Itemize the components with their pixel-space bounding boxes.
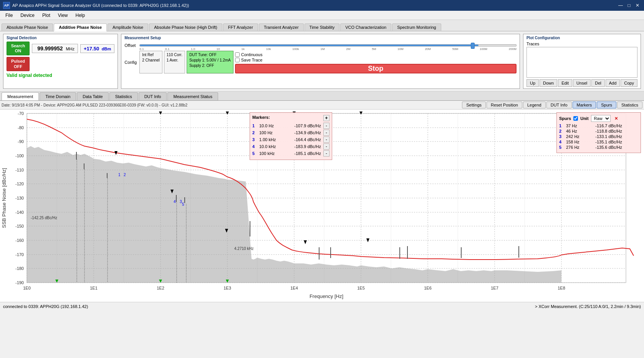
- tab-statistics[interactable]: Statistics: [109, 92, 138, 100]
- reset-position-button[interactable]: Reset Position: [487, 102, 522, 108]
- tab-dut-info[interactable]: DUT Info: [139, 92, 167, 100]
- search-on-button[interactable]: Search ON: [7, 42, 30, 55]
- titlebar-title: AP AP Anapico APPH Signal Source Analyze…: [3, 2, 189, 9]
- spurs-button[interactable]: Spurs: [597, 102, 616, 108]
- window-title: AP Anapico APPH Signal Source Analyzer G…: [12, 3, 189, 8]
- frequency-display: 99.999952 MHz: [32, 44, 78, 53]
- power-unit: dBm: [102, 47, 111, 51]
- marker-val-1: -107.9 dBc/Hz: [286, 123, 321, 128]
- tab-measurement[interactable]: Measurement: [2, 92, 39, 100]
- marker-freq-4: 10.0 kHz: [259, 144, 284, 149]
- tab-amplitude-noise[interactable]: Amplitude Noise: [108, 23, 148, 31]
- tab-measurement-status[interactable]: Measurement Status: [167, 92, 218, 100]
- statusbar-left: connected to 0339: APPH20G (192.168.1.42…: [3, 304, 88, 309]
- tab-absolute-phase-noise[interactable]: Absolute Phase Noise: [2, 23, 53, 31]
- spurs-checkbox[interactable]: [573, 116, 578, 121]
- svg-text:1E0: 1E0: [23, 286, 31, 290]
- marker-minus-4[interactable]: -: [323, 143, 329, 150]
- marker-minus-3[interactable]: -: [323, 137, 329, 143]
- legend-button[interactable]: Legend: [523, 102, 546, 108]
- marker-row-3: 3 1.00 kHz -164.4 dBc/Hz -: [252, 137, 329, 143]
- marker-row-2: 2 100 Hz -134.9 dBc/Hz -: [252, 130, 329, 136]
- menu-device[interactable]: Device: [17, 12, 38, 19]
- maximize-button[interactable]: □: [626, 2, 632, 9]
- spur-num-1: 1: [559, 123, 564, 128]
- stop-button[interactable]: Stop: [235, 64, 517, 73]
- svg-text:1E6: 1E6: [424, 286, 432, 290]
- save-trace-checkbox[interactable]: [235, 58, 240, 62]
- spur-row-5: 5 276 Hz -135.6 dBc/Hz: [559, 145, 638, 150]
- tab-transient-analyzer[interactable]: Transient Analyzer: [259, 23, 304, 31]
- traces-box: [526, 47, 637, 78]
- tab-spectrum-monitoring[interactable]: Spectrum Monitoring: [392, 23, 441, 31]
- markers-button[interactable]: Markers: [573, 102, 596, 108]
- tab-data-table[interactable]: Data Table: [77, 92, 108, 100]
- spurs-unit-label: Unit: [580, 116, 588, 121]
- tab-absolute-high-drift[interactable]: Absolute Phase Noise (High Drift): [149, 23, 222, 31]
- tab-fft-analyzer[interactable]: FFT Analyzer: [223, 23, 258, 31]
- close-button[interactable]: ✕: [634, 2, 641, 9]
- plot-add-button[interactable]: Add: [606, 79, 620, 87]
- svg-text:-100: -100: [15, 153, 24, 158]
- menu-plot[interactable]: Plot: [38, 12, 54, 19]
- marker-freq-3: 1.00 kHz: [259, 137, 284, 142]
- statistics-button[interactable]: Statistics: [617, 102, 642, 108]
- spur-val-3: -133.1 dBc/Hz: [588, 134, 622, 139]
- plot-del-button[interactable]: Del: [591, 79, 605, 87]
- pulsed-row: Pulsed OFF: [7, 57, 114, 71]
- plot-down-button[interactable]: Down: [540, 79, 557, 87]
- measurement-setup-panel: Measurement Setup Offset 0.10.11.0101k10…: [121, 34, 520, 89]
- stop-section: Continuous Save Trace Stop: [235, 51, 517, 73]
- spurs-unit-select[interactable]: Raw dBc: [591, 115, 611, 122]
- marker-freq-5: 100 kHz: [259, 151, 284, 156]
- offset-slider-track[interactable]: [139, 44, 517, 47]
- svg-text:1E2: 1E2: [157, 286, 164, 290]
- marker-minus-2[interactable]: -: [323, 130, 329, 136]
- corrections-config[interactable]: 110 Corr. 1 Aver.: [164, 51, 185, 73]
- marker-minus-1[interactable]: -: [323, 123, 329, 129]
- continuous-checkbox[interactable]: [235, 52, 240, 57]
- svg-text:-180: -180: [15, 266, 24, 271]
- svg-text:1E3: 1E3: [223, 286, 231, 290]
- int-ref-config[interactable]: Int Ref 2 Channel: [139, 51, 162, 73]
- continuous-label[interactable]: Continuous: [235, 52, 517, 57]
- spurs-title-text: Spurs: [559, 116, 571, 121]
- svg-rect-67: [330, 247, 331, 258]
- minimize-button[interactable]: —: [617, 2, 624, 9]
- plot-copy-button[interactable]: Copy: [621, 79, 637, 87]
- offset-slider-thumb[interactable]: [471, 43, 475, 49]
- menu-file[interactable]: File: [2, 12, 17, 19]
- svg-text:Frequency [Hz]: Frequency [Hz]: [310, 293, 343, 299]
- spurs-panel-title: Spurs Unit Raw dBc ✕: [559, 115, 638, 122]
- menu-help[interactable]: Help: [72, 12, 89, 19]
- valid-signal-status: Valid signal detected: [7, 73, 114, 78]
- config-label: Config: [124, 60, 138, 65]
- marker-minus-5[interactable]: -: [323, 150, 329, 157]
- dut-info-button[interactable]: DUT Info: [546, 102, 572, 108]
- svg-rect-68: [399, 247, 400, 259]
- settings-button[interactable]: Settings: [462, 102, 486, 108]
- meas-setup-title: Measurement Setup: [124, 36, 517, 40]
- tab-additive-phase-noise[interactable]: Additive Phase Noise: [54, 23, 107, 32]
- chart-date-info: Date: 9/19/18 4:05 PM - Device: APPH20G …: [2, 103, 460, 107]
- pulsed-off-button[interactable]: Pulsed OFF: [7, 57, 30, 71]
- save-trace-label[interactable]: Save Trace: [235, 58, 517, 62]
- add-marker-button[interactable]: +: [323, 115, 329, 121]
- tab-time-domain[interactable]: Time Domain: [40, 92, 76, 100]
- plot-unsel-button[interactable]: Unsel: [573, 79, 591, 87]
- chart-toolbar-buttons: Settings Reset Position Legend DUT Info …: [462, 102, 642, 108]
- svg-text:1E5: 1E5: [357, 286, 365, 290]
- dut-tune-config[interactable]: DUT Tune: OFF Supply 1: 5.00V / 1.2mA Su…: [187, 51, 233, 73]
- menu-view[interactable]: View: [54, 12, 72, 19]
- chart-toolbar: Date: 9/19/18 4:05 PM - Device: APPH20G …: [0, 101, 644, 110]
- tab-time-stability[interactable]: Time Stability: [305, 23, 340, 31]
- plot-up-button[interactable]: Up: [526, 79, 539, 87]
- spurs-close-button[interactable]: ✕: [614, 116, 618, 121]
- plot-edit-button[interactable]: Edit: [558, 79, 572, 87]
- tab-vco-characterization[interactable]: VCO Characterization: [340, 23, 391, 31]
- marker-freq-1: 10.0 Hz: [259, 123, 284, 128]
- ap-logo: AP: [3, 2, 10, 9]
- svg-text:-170: -170: [15, 252, 24, 257]
- spur-num-3: 3: [559, 134, 564, 139]
- spur-num-2: 2: [559, 129, 564, 133]
